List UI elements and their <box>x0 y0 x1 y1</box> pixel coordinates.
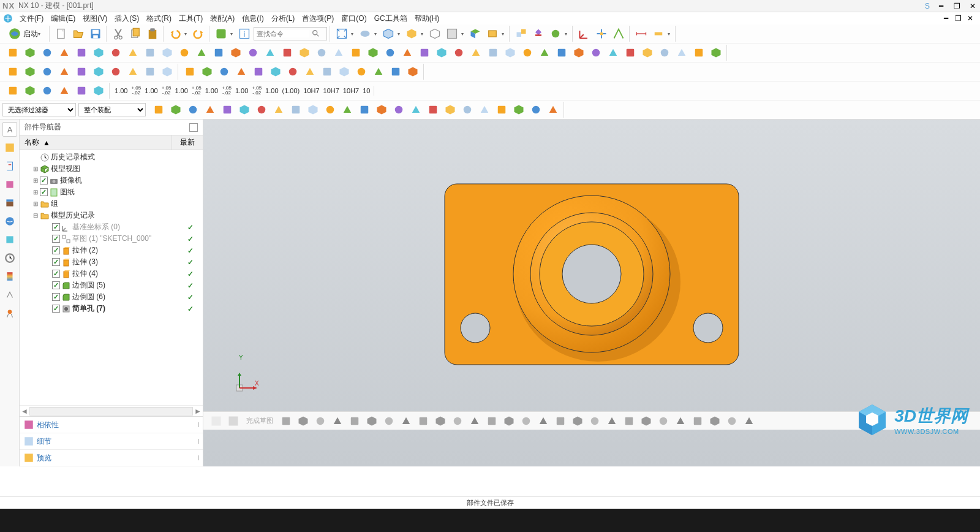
tool3b-9[interactable] <box>336 64 352 80</box>
tool4a-1[interactable] <box>22 83 38 99</box>
tool-btn-1[interactable] <box>213 26 229 42</box>
render-btn[interactable] <box>404 26 420 42</box>
tool4a-4[interactable] <box>74 83 89 99</box>
navigator-pin-icon[interactable] <box>189 123 198 132</box>
tree-row[interactable]: ✓简单孔 (7)✓ <box>20 303 203 314</box>
expand-icon[interactable]: ⊞ <box>32 165 39 172</box>
menu-insert[interactable]: 插入(S) <box>111 12 143 25</box>
tolerance-display[interactable]: +.05-.02 <box>221 86 233 96</box>
tool3b-5[interactable] <box>268 64 284 80</box>
feature-btn-10[interactable] <box>176 45 192 61</box>
sketch-tool-5[interactable] <box>364 413 380 429</box>
tool4a-3[interactable] <box>56 83 72 99</box>
sel-btn-5[interactable] <box>236 102 252 118</box>
feature-tree[interactable]: 历史记录模式⊞模型视图⊞✓摄像机⊞✓图纸⊞组⊟模型历史记录✓基准坐标系 (0)✓… <box>20 150 203 405</box>
tool3a-7[interactable] <box>125 64 141 80</box>
tool3b-3[interactable] <box>233 64 249 80</box>
sel-btn-21[interactable] <box>511 102 527 118</box>
search-icon[interactable] <box>309 29 323 38</box>
feature-btn-38[interactable] <box>657 45 673 61</box>
clip-btn[interactable] <box>484 26 500 42</box>
tool3b-7[interactable] <box>302 64 318 80</box>
dimension-value[interactable]: 10 <box>361 87 371 94</box>
selection-filter[interactable]: 无选择过滤器 <box>2 103 76 116</box>
assy-btn-1[interactable] <box>513 26 529 42</box>
sketch-tool-3[interactable] <box>330 413 345 429</box>
feature-btn-36[interactable] <box>622 45 638 61</box>
vtab-7[interactable] <box>2 251 17 265</box>
feature-btn-32[interactable] <box>554 45 570 61</box>
sketch-tool-22[interactable] <box>655 413 671 429</box>
vtab-part-navigator[interactable]: A <box>2 122 17 137</box>
dimension-value[interactable]: 10H7 <box>302 87 320 94</box>
sketch-tool-21[interactable] <box>638 413 654 429</box>
feature-btn-23[interactable] <box>399 45 415 61</box>
dimension-value[interactable]: 1.00 <box>204 87 219 94</box>
vtab-1[interactable] <box>2 140 17 155</box>
expand-icon[interactable]: ⊞ <box>32 189 39 196</box>
tool4a-5[interactable] <box>91 83 107 99</box>
vtab-6[interactable] <box>2 232 17 247</box>
tool3b-2[interactable] <box>216 64 232 80</box>
sketch-btn-1[interactable] <box>208 413 224 429</box>
tool3b-10[interactable] <box>353 64 369 80</box>
minimize-button[interactable]: ━ <box>936 2 946 10</box>
checkbox[interactable]: ✓ <box>52 246 60 254</box>
csys-btn[interactable] <box>576 26 592 42</box>
tree-row[interactable]: ⊞✓图纸 <box>20 186 203 198</box>
sel-btn-17[interactable] <box>442 102 458 118</box>
sketch-tool-23[interactable] <box>673 413 688 429</box>
tool3a-0[interactable] <box>5 64 21 80</box>
feature-btn-37[interactable] <box>639 45 655 61</box>
tool3b-13[interactable] <box>405 64 421 80</box>
tool3b-8[interactable] <box>319 64 335 80</box>
sketch-tool-10[interactable] <box>450 413 466 429</box>
menu-view[interactable]: 视图(V) <box>79 12 111 25</box>
copy-button[interactable] <box>127 26 143 42</box>
sel-btn-8[interactable] <box>288 102 304 118</box>
sel-btn-7[interactable] <box>271 102 287 118</box>
feature-btn-8[interactable] <box>142 45 158 61</box>
sel-btn-4[interactable] <box>219 102 235 118</box>
tolerance-display[interactable]: +.05-.02 <box>190 86 203 96</box>
feature-btn-12[interactable] <box>211 45 227 61</box>
sel-btn-6[interactable] <box>254 102 270 118</box>
sel-btn-0[interactable] <box>151 102 167 118</box>
feature-btn-9[interactable] <box>159 45 175 61</box>
feature-btn-14[interactable] <box>245 45 261 61</box>
tolerance-display[interactable]: +.05-.02 <box>160 86 173 96</box>
sketch-tool-11[interactable] <box>467 413 483 429</box>
start-button[interactable]: 启动▾ <box>5 26 47 42</box>
tool3a-8[interactable] <box>142 64 158 80</box>
feature-btn-3[interactable] <box>56 45 72 61</box>
section-preview[interactable]: 预览I <box>20 450 203 466</box>
feature-btn-5[interactable] <box>91 45 107 61</box>
tree-row[interactable]: ✓草图 (1) "SKETCH_000"✓ <box>20 233 203 245</box>
dimension-value[interactable]: 1.00 <box>173 87 189 94</box>
csys-btn-2[interactable] <box>594 26 609 42</box>
feature-btn-15[interactable] <box>262 45 278 61</box>
feature-btn-30[interactable] <box>519 45 535 61</box>
feature-btn-41[interactable] <box>708 45 724 61</box>
sketch-tool-6[interactable] <box>381 413 397 429</box>
sel-btn-13[interactable] <box>374 102 390 118</box>
section-details[interactable]: 细节I <box>20 433 203 450</box>
feature-btn-18[interactable] <box>314 45 330 61</box>
sel-btn-23[interactable] <box>545 102 561 118</box>
feature-btn-33[interactable] <box>571 45 587 61</box>
feature-btn-6[interactable] <box>108 45 124 61</box>
dimension-value[interactable]: 1.00 <box>234 87 249 94</box>
feature-btn-25[interactable] <box>434 45 450 61</box>
feature-btn-20[interactable] <box>348 45 364 61</box>
save-button[interactable] <box>88 26 104 42</box>
expand-icon[interactable]: ⊞ <box>32 200 39 207</box>
tool3a-4[interactable] <box>74 64 89 80</box>
view-btn-2[interactable] <box>357 26 373 42</box>
checkbox[interactable]: ✓ <box>52 305 60 313</box>
tool3a-1[interactable] <box>22 64 38 80</box>
tool3a-6[interactable] <box>108 64 124 80</box>
redo-button[interactable] <box>190 26 206 42</box>
tool3b-4[interactable] <box>251 64 266 80</box>
menu-window[interactable]: 窗口(O) <box>337 12 370 25</box>
sel-btn-22[interactable] <box>528 102 544 118</box>
